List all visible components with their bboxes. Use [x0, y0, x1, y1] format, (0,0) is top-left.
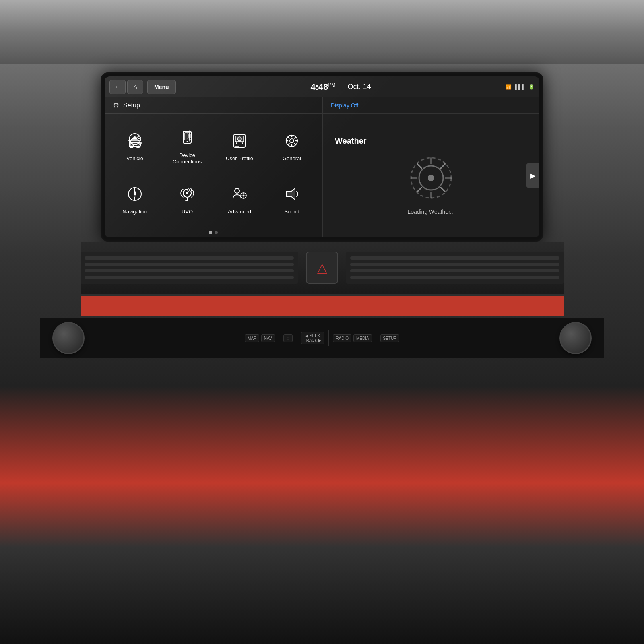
advanced-label: Advanced: [228, 208, 251, 215]
vent-area: △: [80, 242, 564, 294]
map-button[interactable]: MAP: [245, 334, 259, 342]
weather-loading: Loading Weather...: [407, 154, 455, 215]
car-dashboard: ← ⌂ Menu 4:48PM Oct. 14 📶 ▌▌▌ 🔋: [0, 0, 644, 644]
scroll-dots: [105, 228, 322, 237]
user-profile-label: User Profile: [226, 155, 253, 162]
menu-item-sound[interactable]: Sound: [266, 174, 318, 224]
right-vent: [346, 252, 564, 284]
setup-icon: ⚙: [113, 101, 119, 110]
display-off-button[interactable]: Display Off: [331, 102, 358, 109]
menu-grid: Vehicle: [105, 114, 322, 228]
tune-knob[interactable]: [559, 322, 592, 354]
right-panel-top: Display Off: [323, 97, 539, 114]
date-display: Oct. 14: [348, 83, 371, 91]
time-value: 4:48: [310, 82, 328, 92]
svg-line-39: [441, 188, 445, 192]
svg-point-27: [235, 188, 239, 193]
advanced-icon: [228, 183, 251, 205]
menu-item-device-connections[interactable]: DeviceConnections: [161, 118, 213, 174]
sound-icon: [281, 183, 303, 205]
seek-track-button[interactable]: ◀ SEEKTRACK ▶: [301, 332, 325, 344]
nav-button[interactable]: NAV: [261, 334, 275, 342]
vent-slat: [85, 263, 294, 266]
battery-icon: 🔋: [528, 84, 535, 90]
time-display: 4:48PM: [310, 82, 335, 92]
scroll-dot-1[interactable]: [209, 231, 212, 234]
ctrl-divider: [376, 330, 376, 346]
device-connections-icon: [176, 126, 198, 149]
red-accent-trim: [80, 296, 564, 316]
general-label: General: [283, 155, 301, 162]
svg-line-41: [417, 188, 421, 192]
setup-label: Setup: [123, 102, 140, 109]
dashboard-body: △ MAP NAV ☆ ◀ SEEKTRACK ▶ RADIO ME: [0, 242, 644, 358]
radio-button[interactable]: RADIO: [333, 334, 351, 342]
top-bar: ← ⌂ Menu 4:48PM Oct. 14 📶 ▌▌▌ 🔋: [105, 76, 539, 97]
wifi-icon: 📶: [506, 84, 512, 90]
right-panel: Display Off Weather: [323, 97, 539, 237]
volume-knob[interactable]: [52, 322, 85, 354]
setup-bar: ⚙ Setup: [105, 97, 322, 114]
weather-title: Weather: [323, 136, 367, 146]
media-button[interactable]: MEDIA: [353, 334, 372, 342]
uvo-label: UVO: [182, 208, 193, 215]
svg-point-8: [138, 138, 140, 139]
top-center: 4:48PM Oct. 14: [176, 82, 506, 92]
vent-slat: [85, 269, 294, 272]
svg-marker-30: [286, 188, 295, 200]
setup-button[interactable]: SETUP: [380, 334, 399, 342]
infotainment-screen: ← ⌂ Menu 4:48PM Oct. 14 📶 ▌▌▌ 🔋: [105, 76, 539, 237]
scroll-dot-2[interactable]: [215, 231, 218, 234]
status-icons: 📶 ▌▌▌ 🔋: [506, 84, 535, 90]
menu-item-user-profile[interactable]: User Profile: [213, 118, 266, 174]
menu-item-navigation[interactable]: Navigation: [109, 174, 161, 224]
device-connections-label: DeviceConnections: [173, 152, 202, 165]
svg-line-40: [441, 164, 445, 168]
menu-button[interactable]: Menu: [147, 80, 176, 94]
general-icon: [281, 130, 303, 152]
control-strip: MAP NAV ☆ ◀ SEEKTRACK ▶ RADIO MEDIA SETU…: [40, 318, 604, 358]
svg-point-26: [189, 189, 190, 191]
ctrl-divider: [328, 330, 329, 346]
vent-slat: [350, 269, 559, 272]
weather-loading-text: Loading Weather...: [407, 208, 454, 215]
vehicle-icon: [124, 130, 146, 152]
dashboard-top: [0, 0, 644, 64]
sound-label: Sound: [284, 208, 299, 215]
screen-bezel: ← ⌂ Menu 4:48PM Oct. 14 📶 ▌▌▌ 🔋: [101, 72, 543, 242]
left-panel: ⚙ Setup: [105, 97, 322, 237]
vent-slat: [85, 256, 294, 260]
back-button[interactable]: ←: [109, 80, 126, 94]
ctrl-divider: [279, 330, 279, 346]
main-content: ⚙ Setup: [105, 97, 539, 237]
ctrl-divider: [297, 330, 297, 346]
svg-point-16: [237, 137, 242, 141]
vent-slat: [350, 256, 559, 260]
am-pm: PM: [328, 82, 336, 87]
menu-item-general[interactable]: General: [266, 118, 318, 174]
nav-buttons: ← ⌂: [109, 80, 143, 94]
svg-point-33: [428, 175, 434, 181]
hazard-button[interactable]: △: [306, 252, 338, 284]
signal-bars-icon: ▌▌▌: [515, 84, 525, 90]
right-arrow-button[interactable]: ▶: [526, 163, 539, 188]
menu-item-advanced[interactable]: Advanced: [213, 174, 266, 224]
control-buttons: MAP NAV ☆ ◀ SEEKTRACK ▶ RADIO MEDIA SETU…: [245, 330, 399, 346]
star-button[interactable]: ☆: [283, 334, 293, 342]
svg-point-24: [186, 192, 188, 194]
left-vent: [80, 252, 298, 284]
menu-item-uvo[interactable]: UVO: [161, 174, 213, 224]
navigation-icon: [124, 183, 146, 205]
user-profile-icon: [228, 130, 251, 152]
menu-item-vehicle[interactable]: Vehicle: [109, 118, 161, 174]
vehicle-label: Vehicle: [126, 155, 143, 162]
navigation-label: Navigation: [122, 208, 147, 215]
vent-slat: [85, 276, 294, 279]
weather-sun-svg: [407, 154, 455, 202]
svg-point-11: [187, 141, 188, 142]
weather-section: Weather: [323, 114, 539, 237]
vent-slat: [350, 276, 559, 279]
svg-point-29: [243, 195, 245, 197]
home-button[interactable]: ⌂: [127, 80, 143, 94]
svg-line-38: [417, 164, 421, 168]
